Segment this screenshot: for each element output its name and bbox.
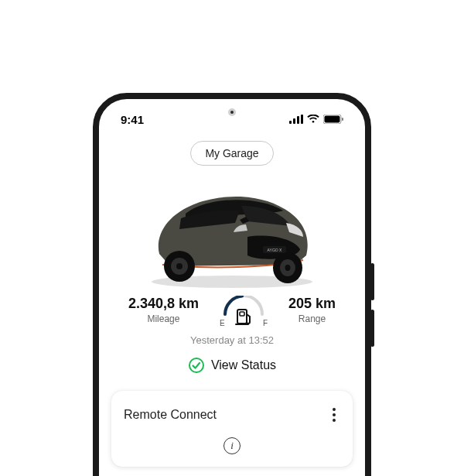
stats-row: 2.340,8 km Mileage E F: [111, 296, 353, 327]
svg-rect-0: [289, 121, 292, 124]
more-options-button[interactable]: [328, 403, 340, 426]
phone-side-button-icon: [370, 263, 374, 300]
svg-rect-1: [293, 118, 295, 124]
my-garage-button[interactable]: My Garage: [190, 141, 273, 166]
cellular-icon: [289, 115, 303, 124]
status-bar: 9:41: [99, 102, 365, 136]
fuel-full-label: F: [263, 319, 268, 327]
status-time: 9:41: [121, 113, 144, 126]
camera-notch-icon: [228, 108, 236, 116]
phone-side-button-icon: [370, 310, 374, 347]
svg-rect-5: [325, 116, 340, 123]
view-status-label: View Status: [211, 358, 276, 372]
svg-point-19: [189, 358, 203, 372]
svg-text:AYGO X: AYGO X: [268, 248, 282, 252]
range-value: 205 km: [288, 296, 336, 312]
range-stat: 205 km Range: [288, 296, 336, 324]
phone-frame: 9:41 My Garage: [93, 93, 371, 476]
status-icons: [289, 115, 343, 124]
fuel-gauge: E F: [219, 296, 268, 327]
info-icon[interactable]: i: [223, 437, 241, 454]
svg-point-15: [285, 265, 291, 271]
svg-rect-6: [342, 118, 343, 121]
status-ok-icon: [188, 357, 205, 374]
last-update-timestamp: Yesterday at 13:52: [111, 334, 353, 346]
screen-content: My Garage AYGO X: [99, 136, 365, 467]
svg-point-12: [176, 263, 183, 269]
svg-rect-17: [240, 312, 244, 316]
remote-connect-card: Remote Connect i: [111, 391, 353, 467]
remote-connect-title: Remote Connect: [124, 408, 217, 422]
battery-icon: [323, 115, 343, 124]
mileage-label: Mileage: [128, 313, 199, 324]
svg-rect-3: [301, 115, 303, 124]
fuel-empty-label: E: [220, 319, 225, 327]
vehicle-image: AYGO X: [131, 175, 333, 291]
mileage-value: 2.340,8 km: [128, 296, 199, 312]
svg-rect-2: [297, 116, 299, 124]
view-status-button[interactable]: View Status: [111, 357, 353, 374]
wifi-icon: [307, 115, 319, 124]
mileage-stat: 2.340,8 km Mileage: [128, 296, 199, 324]
range-label: Range: [288, 313, 336, 324]
